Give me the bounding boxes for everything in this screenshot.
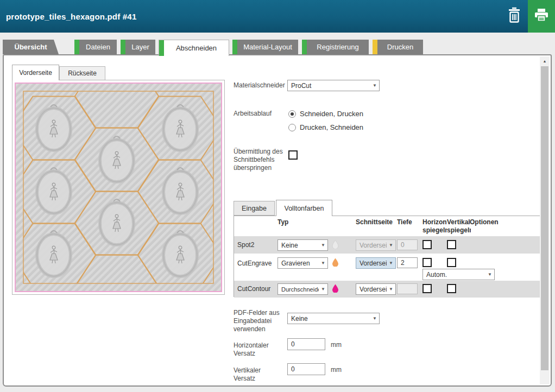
printer-icon — [534, 8, 549, 24]
spot2-typ-select[interactable]: Keine ▼ — [278, 239, 328, 251]
vertical-offset-label: Vertikaler Versatz — [234, 366, 277, 383]
vertical-offset-unit: mm — [331, 366, 342, 374]
spot-color-droplet-icon-orange — [332, 258, 339, 267]
tab-eingabe[interactable]: Eingabe — [234, 201, 275, 216]
tab-abschneiden[interactable]: Abschneiden — [159, 40, 229, 56]
tab-drucken[interactable]: Drucken — [373, 40, 423, 54]
scrollbar-thumb[interactable] — [541, 66, 548, 370]
delete-job-button[interactable] — [501, 0, 528, 33]
horizontal-offset-label: Horizontaler Versatz — [234, 342, 277, 358]
content-panel: Vorderseite Rückseite — [3, 54, 552, 387]
status-strip-green — [302, 40, 307, 54]
cutcontour-side-select[interactable]: Vorderseite ▼ — [356, 283, 396, 295]
horizontal-offset-unit: mm — [331, 341, 342, 349]
print-button[interactable] — [528, 0, 555, 33]
tab-registrierung[interactable]: Registrierung — [302, 40, 369, 54]
cutcontour-depth-input — [397, 283, 418, 294]
radio-selected-icon — [288, 110, 296, 118]
skip-cut-command-label: Übermittlung des Schnittbefehls überspri… — [234, 148, 283, 172]
chevron-down-icon: ▼ — [370, 316, 379, 321]
table-row-cutengrave: CutEngrave Gravieren ▼ Vorderseite ▼ Aut… — [234, 254, 541, 281]
spot-color-droplet-icon-pink — [332, 284, 339, 293]
cutcontour-mirror-v-checkbox[interactable] — [447, 284, 456, 293]
workflow-option-cut-print[interactable]: Schneiden, Drucken — [288, 110, 363, 118]
chevron-down-icon: ▼ — [485, 272, 494, 277]
tab-layer[interactable]: Layer — [121, 40, 155, 54]
tab-vorderseite[interactable]: Vorderseite — [12, 65, 59, 80]
cutengrave-depth-input[interactable] — [397, 257, 418, 268]
cutcontour-mirror-h-checkbox[interactable] — [422, 284, 432, 293]
vertical-offset-input[interactable] — [287, 363, 325, 375]
preview-box — [12, 80, 225, 295]
chevron-down-icon: ▼ — [387, 243, 395, 248]
chevron-down-icon: ▼ — [319, 243, 327, 248]
main-tabs: Übersicht Dateien Layer Abschneiden Mate… — [3, 40, 423, 55]
cutengrave-typ-select[interactable]: Gravieren ▼ — [278, 257, 328, 269]
tab-rueckseite[interactable]: Rückseite — [59, 66, 105, 80]
spot2-mirror-h-checkbox[interactable] — [422, 240, 432, 249]
radio-unselected-icon — [288, 124, 296, 131]
horizontal-offset-input[interactable] — [287, 338, 325, 350]
titlebar: prototype_tiles_hexagon.pdf #41 — [0, 0, 555, 33]
chevron-down-icon: ▼ — [319, 261, 327, 265]
material-cutter-label: Materialschneider — [234, 81, 285, 90]
status-strip-green — [159, 40, 164, 56]
cutengrave-side-select[interactable]: Vorderseite ▼ — [356, 257, 396, 269]
status-strip-green — [121, 40, 125, 54]
chevron-down-icon: ▼ — [370, 83, 379, 88]
vertical-scrollbar: ▲ — [540, 56, 550, 384]
cutengrave-mirror-h-checkbox[interactable] — [422, 258, 432, 267]
spot-color-droplet-icon-gray — [332, 240, 339, 249]
scrollbar-up-arrow[interactable]: ▲ — [540, 56, 550, 65]
chevron-down-icon: ▼ — [319, 287, 327, 292]
table-row-spot2: Spot2 Keine ▼ Vorderseite ▼ — [234, 236, 541, 254]
workflow-option-print-cut[interactable]: Drucken, Schneiden — [288, 123, 363, 131]
chevron-down-icon: ▼ — [387, 287, 395, 292]
spot2-mirror-v-checkbox[interactable] — [447, 240, 456, 249]
cutengrave-options-select[interactable]: Autom. ▼ — [422, 269, 495, 280]
spot2-side-select: Vorderseite ▼ — [356, 239, 396, 251]
tab-volltonfarben[interactable]: Volltonfarben — [276, 200, 332, 216]
tab-material-layout[interactable]: Material-Layout — [232, 40, 298, 54]
cutengrave-mirror-v-checkbox[interactable] — [447, 258, 456, 267]
status-strip-green — [232, 40, 237, 54]
workflow-label: Arbeitsablauf — [234, 110, 272, 118]
tab-dateien[interactable]: Dateien — [74, 40, 117, 54]
material-cutter-select[interactable]: ProCut ▼ — [287, 80, 380, 91]
table-header: Typ Schnittseite Tiefe Horizontal spiege… — [234, 216, 541, 236]
skip-cut-command-checkbox[interactable] — [288, 150, 298, 160]
status-strip-yellow — [373, 40, 377, 54]
spot2-depth-input — [397, 239, 418, 250]
job-title: prototype_tiles_hexagon.pdf #41 — [0, 12, 136, 21]
trash-icon — [507, 7, 522, 26]
tab-uebersicht[interactable]: Übersicht — [3, 40, 59, 54]
cutcontour-typ-select[interactable]: Durchschneiden ▼ — [278, 283, 328, 295]
pdf-fields-label: PDF-Felder aus Eingabedatei verwenden — [234, 309, 286, 333]
preview-artwork — [15, 83, 222, 292]
spot-color-table: Typ Schnittseite Tiefe Horizontal spiege… — [234, 216, 541, 297]
chevron-down-icon: ▼ — [387, 261, 395, 265]
table-row-cutcontour: CutContour Durchschneiden ▼ Vorderseite … — [234, 281, 541, 298]
hexagon-tiles-preview — [16, 84, 221, 291]
status-strip-green — [74, 40, 79, 54]
pdf-fields-select[interactable]: Keine ▼ — [287, 313, 380, 324]
